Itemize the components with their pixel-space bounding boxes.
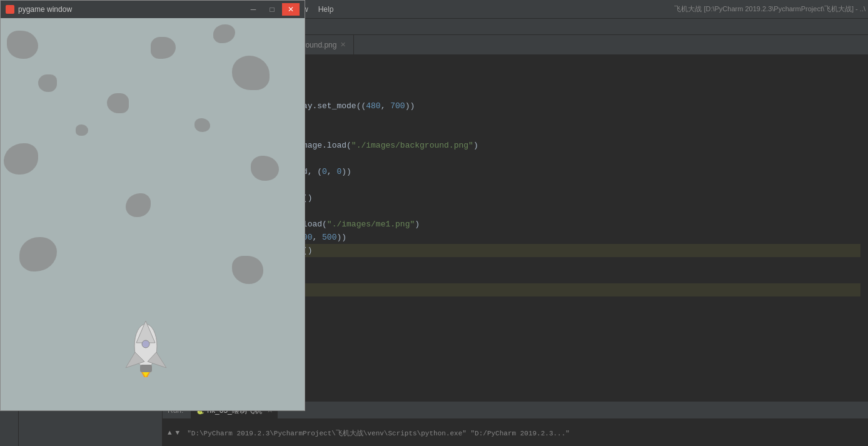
pygame-icon xyxy=(6,5,14,14)
pygame-minimize-button[interactable]: ─ xyxy=(245,3,262,16)
bottom-content: ▲ ▼ "D:\PyCharm 2019.2.3\PycharmProject\… xyxy=(163,419,868,446)
pygame-titlebar: pygame window ─ □ ✕ xyxy=(1,1,305,18)
asteroid xyxy=(7,31,38,59)
asteroid xyxy=(232,56,270,90)
pygame-window: pygame window ─ □ ✕ xyxy=(0,0,305,411)
asteroid xyxy=(19,237,57,271)
asteroid xyxy=(76,124,88,136)
run-up-button[interactable]: ▲ xyxy=(168,429,172,437)
asteroid xyxy=(4,143,38,175)
asteroid xyxy=(213,24,235,43)
console-output: "D:\PyCharm 2019.2.3\PycharmProject\飞机大战… xyxy=(187,428,570,438)
asteroid xyxy=(126,193,151,217)
asteroid xyxy=(38,74,57,92)
asteroid xyxy=(194,118,210,132)
asteroid xyxy=(151,37,176,59)
ide-title-path: 飞机大战 [D:\PyCharm 2019.2.3\PycharmProject… xyxy=(674,4,865,14)
pygame-maximize-button[interactable]: □ xyxy=(263,3,281,16)
svg-point-6 xyxy=(142,340,149,348)
spaceship xyxy=(123,318,169,379)
pygame-canvas xyxy=(1,18,305,410)
asteroid xyxy=(107,93,129,113)
menu-help[interactable]: Help xyxy=(313,3,339,16)
svg-rect-5 xyxy=(140,365,152,372)
asteroid xyxy=(232,256,263,284)
svg-rect-0 xyxy=(7,6,13,13)
asteroid xyxy=(251,156,279,181)
run-down-button[interactable]: ▼ xyxy=(176,429,180,437)
tab-background-close[interactable]: ✕ xyxy=(340,41,346,49)
pygame-window-title: pygame window xyxy=(18,5,72,14)
pygame-close-button[interactable]: ✕ xyxy=(282,3,300,16)
